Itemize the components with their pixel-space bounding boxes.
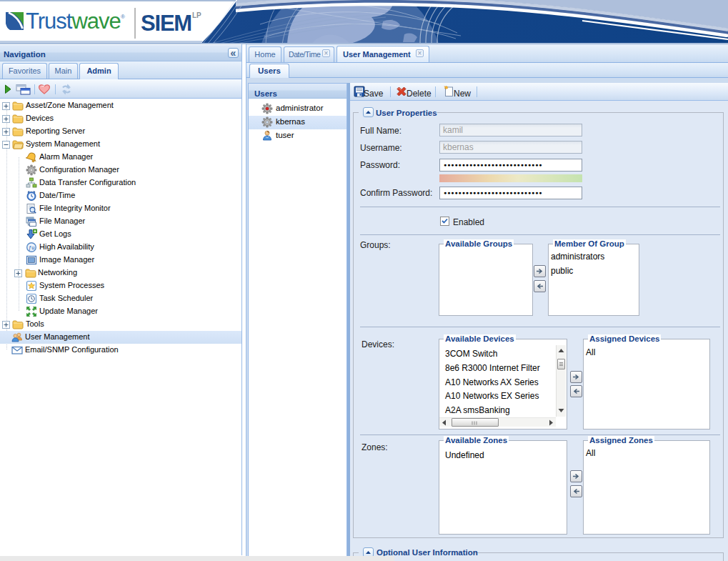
svg-text:Trustwave: Trustwave: [26, 9, 121, 34]
svg-text:LP: LP: [192, 11, 201, 19]
svg-text:SIEM: SIEM: [141, 11, 191, 36]
svg-text:ƒʋ: ƒʋ: [29, 244, 34, 251]
svg-text:®: ®: [121, 14, 125, 20]
